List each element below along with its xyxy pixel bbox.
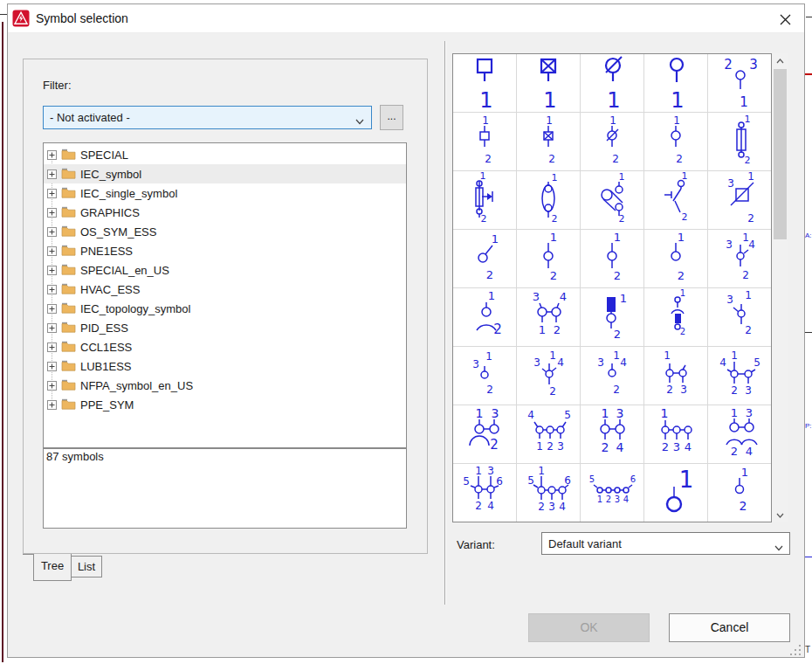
tree-item-IEC_symbol[interactable]: IEC_symbol xyxy=(44,164,406,183)
tree-item-CCL1ESS[interactable]: CCL1ESS xyxy=(44,337,406,356)
symbol-cell-18[interactable]: 12 xyxy=(581,230,643,287)
symbol-cell-1[interactable]: 1 xyxy=(453,54,516,112)
symbol-cell-10[interactable]: 12 xyxy=(708,113,771,170)
filter-dropdown[interactable]: - Not activated - xyxy=(43,106,372,129)
title-bar[interactable]: Symbol selection xyxy=(8,4,804,33)
symbol-cell-17[interactable]: 12 xyxy=(517,230,580,287)
grid-scrollbar[interactable] xyxy=(773,53,788,522)
tab-list[interactable]: List xyxy=(71,556,102,578)
symbol-cell-4[interactable]: 1 xyxy=(644,54,707,112)
expand-plus-icon[interactable] xyxy=(47,322,57,332)
tree-item-PPE_SYM[interactable]: PPE_SYM xyxy=(44,395,406,414)
expand-plus-icon[interactable] xyxy=(47,246,57,255)
tab-tree[interactable]: Tree xyxy=(33,554,72,581)
tree-item-OS_SYM_ESS[interactable]: OS_SYM_ESS xyxy=(44,222,406,241)
expand-plus-icon[interactable] xyxy=(47,342,57,351)
symbol-cell-37[interactable]: 156234 xyxy=(517,464,580,522)
tree-item-label: IEC_symbol xyxy=(80,168,141,181)
symbol-cell-14[interactable]: 12 xyxy=(644,171,707,229)
tree-item-label: PPE_SYM xyxy=(80,398,134,412)
symbol-cell-2[interactable]: 1 xyxy=(517,54,580,112)
expand-plus-icon[interactable] xyxy=(47,399,57,409)
scroll-up-button[interactable] xyxy=(773,53,788,68)
symbol-cell-30[interactable]: 14523 xyxy=(708,347,771,405)
symbol-cell-9[interactable]: 12 xyxy=(644,113,707,170)
tree-item-LUB1ESS[interactable]: LUB1ESS xyxy=(44,356,406,376)
symbol-cell-15[interactable]: 312 xyxy=(708,171,771,229)
expand-plus-icon[interactable] xyxy=(47,226,57,236)
symbol-cell-6[interactable]: 12 xyxy=(453,113,516,170)
filter-browse-button[interactable]: ... xyxy=(380,105,403,130)
symbol-cell-29[interactable]: 123 xyxy=(644,347,707,405)
expand-plus-icon[interactable] xyxy=(47,361,57,370)
svg-text:2: 2 xyxy=(548,153,555,165)
tree-item-IEC_topology_symbol[interactable]: IEC_topology_symbol xyxy=(44,299,406,318)
variant-dropdown[interactable]: Default variant xyxy=(541,532,790,555)
folder-icon xyxy=(61,302,76,314)
symbol-cell-16[interactable]: 12 xyxy=(453,230,516,287)
tree-item-PID_ESS[interactable]: PID_ESS xyxy=(44,318,406,337)
svg-text:1: 1 xyxy=(549,349,556,362)
svg-text:2: 2 xyxy=(486,268,493,281)
symbol-cell-22[interactable]: 3412 xyxy=(517,288,580,346)
expand-plus-icon[interactable] xyxy=(47,380,57,390)
ok-button[interactable]: OK xyxy=(528,613,650,642)
svg-text:3: 3 xyxy=(487,465,494,477)
cancel-button[interactable]: Cancel xyxy=(669,613,790,642)
tree-item-PNE1ESS[interactable]: PNE1ESS xyxy=(44,241,406,260)
scrollbar-thumb[interactable] xyxy=(774,69,787,239)
expand-plus-icon[interactable] xyxy=(47,303,57,313)
scroll-down-button[interactable] xyxy=(773,508,788,522)
symbol-cell-40[interactable]: 12 xyxy=(708,464,771,522)
symbol-cell-19[interactable]: 12 xyxy=(644,230,707,287)
expand-plus-icon[interactable] xyxy=(47,207,57,217)
expand-plus-icon[interactable] xyxy=(47,169,57,178)
svg-text:5: 5 xyxy=(463,475,470,488)
tree-item-NFPA_symbol_en_US[interactable]: NFPA_symbol_en_US xyxy=(44,376,406,395)
symbol-cell-5[interactable]: 231 xyxy=(708,54,771,112)
symbol-library-tree[interactable]: SPECIALIEC_symbolIEC_single_symbolGRAPHI… xyxy=(43,142,407,448)
close-button[interactable] xyxy=(773,8,797,31)
symbol-cell-38[interactable]: 561234 xyxy=(581,464,643,522)
symbol-cell-32[interactable]: 45123 xyxy=(517,405,580,463)
symbol-cell-13[interactable]: 12 xyxy=(581,171,643,229)
symbol-cell-24[interactable]: 12 xyxy=(644,288,707,346)
symbol-cell-33[interactable]: 1324 xyxy=(581,405,643,463)
symbol-cell-12[interactable]: 12 xyxy=(517,171,580,229)
tree-item-HVAC_ESS[interactable]: HVAC_ESS xyxy=(44,280,406,299)
svg-text:2: 2 xyxy=(724,57,733,73)
svg-text:1: 1 xyxy=(614,231,621,244)
svg-text:1: 1 xyxy=(543,88,556,112)
tab-strip-line xyxy=(23,554,33,555)
svg-text:2: 2 xyxy=(606,495,611,504)
expand-plus-icon[interactable] xyxy=(47,284,57,294)
expand-plus-icon[interactable] xyxy=(47,149,57,159)
symbol-cell-11[interactable]: 12 xyxy=(453,171,516,229)
symbol-cell-23[interactable]: 12 xyxy=(581,288,643,346)
tree-item-SPECIAL[interactable]: SPECIAL xyxy=(44,145,406,164)
symbol-cell-8[interactable]: 12 xyxy=(581,113,643,170)
symbol-cell-7[interactable]: 12 xyxy=(517,113,580,170)
symbol-cell-25[interactable]: 312 xyxy=(708,288,771,346)
symbol-cell-3[interactable]: 1 xyxy=(581,54,643,112)
symbol-cell-27[interactable]: 3412 xyxy=(517,347,580,405)
tree-item-GRAPHICS[interactable]: GRAPHICS xyxy=(44,203,406,222)
symbol-cell-28[interactable]: 3412 xyxy=(581,347,643,405)
symbol-cell-39[interactable]: 1 xyxy=(644,464,707,522)
symbol-cell-31[interactable]: 132 xyxy=(453,405,516,463)
svg-text:2: 2 xyxy=(676,153,683,165)
expand-plus-icon[interactable] xyxy=(47,188,57,197)
svg-text:3: 3 xyxy=(616,406,624,420)
symbol-cell-26[interactable]: 312 xyxy=(453,347,516,405)
symbol-cell-35[interactable]: 1324 xyxy=(708,405,771,463)
expand-plus-icon[interactable] xyxy=(47,265,57,274)
symbol-cell-20[interactable]: 3142 xyxy=(708,230,771,287)
svg-text:2: 2 xyxy=(547,440,554,453)
symbol-cell-21[interactable]: 12 xyxy=(453,288,516,346)
tree-item-IEC_single_symbol[interactable]: IEC_single_symbol xyxy=(44,183,406,203)
resize-grip[interactable] xyxy=(790,645,802,656)
tree-item-SPECIAL_en_US[interactable]: SPECIAL_en_US xyxy=(44,260,406,280)
symbol-cell-34[interactable]: 1234 xyxy=(644,405,707,463)
close-icon xyxy=(781,15,790,24)
symbol-cell-36[interactable]: 135624 xyxy=(453,464,516,522)
